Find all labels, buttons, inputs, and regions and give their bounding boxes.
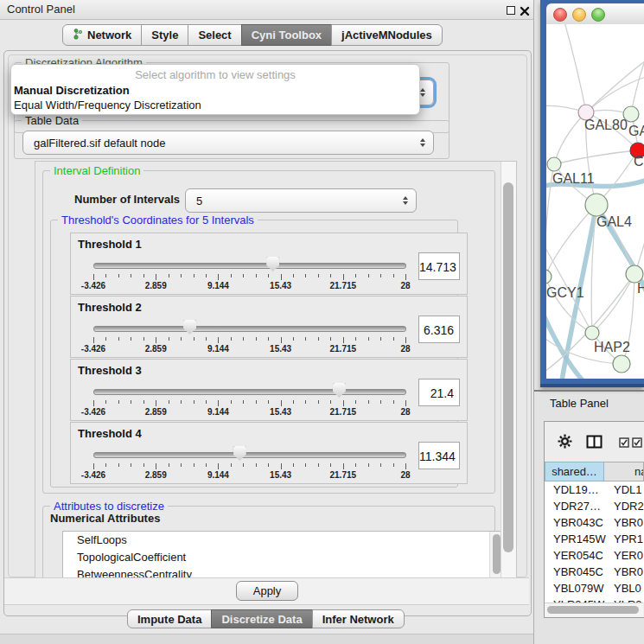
threshold-3-label: Threshold 3 [78, 364, 142, 377]
network-node-label: GAL4 [596, 214, 632, 229]
float-window-icon[interactable] [507, 6, 515, 15]
threshold-4-tick-labels: -3.4262.8599.14415.4321.71528 [93, 470, 405, 481]
split-columns-icon[interactable] [586, 435, 603, 452]
control-panel-title: Control Panel [7, 0, 75, 19]
checkbox-checked-icon[interactable] [619, 436, 629, 451]
threshold-1-slider-handle[interactable] [266, 257, 279, 271]
cytoscape-window: Control Panel Network Style Select Cyni … [0, 0, 644, 644]
threshold-4-ruler [93, 463, 405, 470]
network-node[interactable] [546, 270, 552, 284]
tab-style[interactable]: Style [141, 24, 188, 46]
threshold-3-slider-track[interactable] [93, 389, 406, 395]
threshold-2-ruler [93, 337, 405, 344]
threshold-3-slider-handle[interactable] [333, 383, 346, 398]
threshold-3-tick-labels: -3.4262.8599.14415.4321.71528 [93, 407, 405, 418]
tab-network-label: Network [87, 29, 131, 41]
thresholds-group-label: Threshold's Coordinates for 5 Intervals [58, 214, 258, 226]
table-panel-divider[interactable] [534, 390, 644, 392]
network-node[interactable] [613, 355, 630, 373]
table-data-combobox[interactable]: galFiltered.sif default node [22, 131, 434, 155]
table-row[interactable]: YBR043CYBR0 [545, 514, 644, 531]
threshold-2-slider-handle[interactable] [183, 320, 196, 335]
zoom-traffic-light[interactable] [591, 8, 605, 22]
tab-discretize-data[interactable]: Discretize Data [211, 609, 312, 628]
threshold-3-panel: Threshold 3 -3.4262.8599.14415.4321.7152… [70, 359, 468, 421]
attributes-group: Attributes to discretize Numerical Attri… [42, 506, 495, 579]
dropdown-item-equal-width-frequency[interactable]: Equal Width/Frequency Discretization [11, 98, 419, 112]
table-header-row: shared… na [545, 462, 644, 481]
threshold-2-value-field[interactable]: 6.316 [418, 316, 460, 343]
threshold-1-ruler [93, 274, 405, 281]
settings-scroll-area: Interval Definition Number of Intervals … [35, 161, 517, 579]
combo-arrows-icon [420, 88, 425, 97]
table-row[interactable]: YLR345WYLR3 [545, 596, 644, 603]
close-traffic-light[interactable] [553, 8, 567, 22]
network-edge[interactable] [586, 59, 644, 112]
threshold-2-slider-track[interactable] [93, 326, 406, 332]
network-icon [73, 28, 83, 42]
network-node-label: H [637, 281, 644, 296]
threshold-1-value-field[interactable]: 14.713 [418, 252, 460, 280]
network-node-label: C [634, 154, 644, 169]
algorithm-dropdown-popup: Select algorithm to view settings Manual… [10, 64, 420, 115]
threshold-4-slider-track[interactable] [93, 452, 406, 458]
threshold-4-label: Threshold 4 [78, 427, 142, 440]
attribute-list-item[interactable]: SelfLoops [63, 532, 502, 549]
table-row[interactable]: YDL19…YDL1 [545, 481, 644, 498]
gear-icon[interactable] [558, 434, 572, 452]
threshold-4-value-field[interactable]: 11.344 [418, 442, 460, 469]
number-of-intervals-combobox[interactable]: 5 [185, 188, 417, 213]
attribute-list-item[interactable]: TopologicalCoefficient [63, 549, 502, 566]
threshold-1-label: Threshold 1 [78, 238, 142, 251]
threshold-1-tick-labels: -3.4262.8599.14415.4321.71528 [93, 281, 405, 291]
threshold-4-slider-handle[interactable] [233, 446, 246, 461]
numerical-attributes-list[interactable]: SelfLoopsTopologicalCoefficientBetweenne… [62, 531, 503, 579]
apply-button[interactable]: Apply [236, 581, 298, 601]
status-band [0, 634, 534, 644]
table-row[interactable]: YDR27…YDR2 [545, 498, 644, 514]
table-horizontal-scrollbar[interactable] [545, 603, 643, 616]
table-row[interactable]: YPR145WYPR1 [545, 531, 644, 547]
threshold-1-slider-track[interactable] [93, 263, 406, 269]
tab-jactivemnodules[interactable]: jActiveMNodules [331, 24, 443, 46]
tab-infer-network[interactable]: Infer Network [312, 609, 405, 628]
tab-cyni-toolbox[interactable]: Cyni Toolbox [241, 24, 332, 46]
control-panel-tabs: Network Style Select Cyni Toolbox jActiv… [62, 24, 443, 46]
network-node[interactable] [585, 326, 599, 340]
threshold-3-value-field[interactable]: 21.4 [418, 379, 460, 406]
table-header-shared-name[interactable]: shared… [545, 462, 604, 481]
network-node-label: GAL11 [552, 171, 595, 186]
thresholds-group: Threshold's Coordinates for 5 Intervals … [50, 220, 458, 488]
tab-select[interactable]: Select [188, 24, 241, 46]
network-edge[interactable] [554, 150, 638, 164]
dropdown-hint-item: Select algorithm to view settings [11, 65, 419, 83]
settings-vertical-scrollbar[interactable] [501, 162, 516, 578]
table-row[interactable]: YBL079WYBL0 [545, 580, 644, 596]
checkbox-checked-icon[interactable] [632, 436, 642, 451]
close-icon[interactable] [520, 4, 530, 15]
network-node[interactable] [585, 194, 608, 216]
minimize-traffic-light[interactable] [572, 8, 586, 22]
network-node[interactable] [547, 157, 561, 171]
threshold-2-tick-labels: -3.4262.8599.14415.4321.71528 [93, 344, 405, 354]
table-panel-title: Table Panel [550, 397, 609, 410]
table-header-name[interactable]: na [604, 462, 644, 481]
network-window-titlebar[interactable] [546, 3, 644, 25]
threshold-3-ruler [93, 400, 405, 407]
table-row[interactable]: YER054CYER0 [545, 547, 644, 564]
table-row[interactable]: YBR045CYBR0 [545, 564, 644, 580]
network-edge[interactable] [564, 24, 586, 112]
number-of-intervals-label: Number of Intervals [74, 188, 180, 211]
tab-impute-data[interactable]: Impute Data [127, 609, 212, 628]
cyni-bottom-tabs: Impute Data Discretize Data Infer Networ… [127, 609, 405, 631]
table-rows: YDL19…YDL1YDR27…YDR2YBR043CYBR0YPR145WYP… [545, 481, 644, 603]
network-canvas-svg: GAL80GACGAL11GAL4GCY1HHAP2 [546, 24, 644, 379]
network-edge[interactable] [554, 112, 586, 164]
network-canvas[interactable]: GAL80GACGAL11GAL4GCY1HHAP2 [546, 24, 644, 379]
tab-network[interactable]: Network [62, 24, 142, 46]
network-node-label: GAL80 [584, 118, 628, 132]
threshold-1-panel: Threshold 1 -3.4262.8599.14415.4321.7152… [70, 233, 468, 295]
control-panel-titlebar: Control Panel [0, 0, 534, 20]
dropdown-item-manual-discretization[interactable]: Manual Discretization [11, 83, 419, 98]
network-node[interactable] [626, 265, 643, 283]
